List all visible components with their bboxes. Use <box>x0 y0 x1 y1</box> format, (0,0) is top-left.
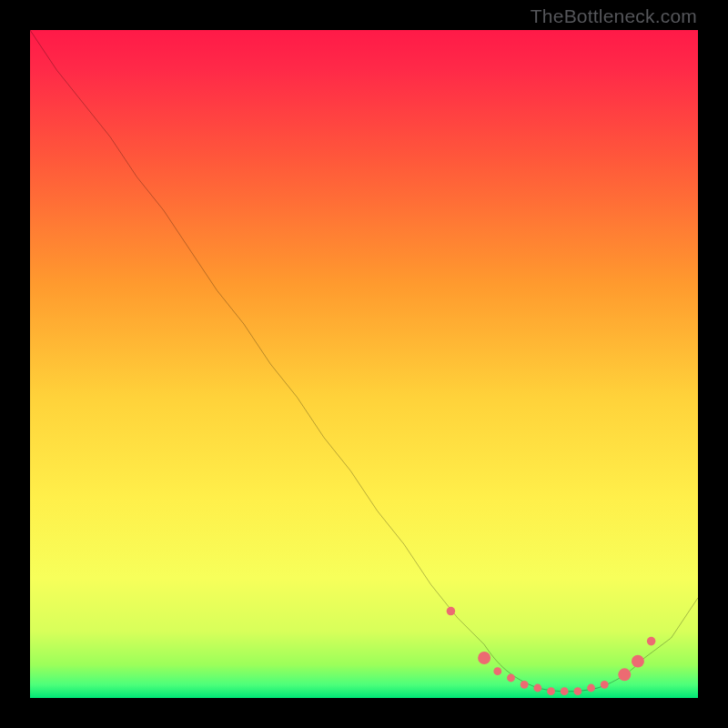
svg-point-2 <box>478 652 490 664</box>
svg-point-6 <box>533 684 541 693</box>
svg-point-5 <box>521 681 529 689</box>
svg-point-1 <box>447 607 456 616</box>
svg-point-3 <box>493 667 501 675</box>
bottleneck-curve <box>30 30 698 698</box>
svg-point-14 <box>647 637 656 646</box>
svg-point-10 <box>587 684 595 693</box>
svg-point-11 <box>601 681 609 689</box>
curve-path <box>30 30 698 692</box>
watermark-text: TheBottleneck.com <box>531 5 697 27</box>
svg-point-4 <box>507 674 515 682</box>
plot-area <box>30 30 698 698</box>
svg-point-12 <box>618 668 631 681</box>
svg-point-7 <box>547 687 555 695</box>
svg-point-9 <box>573 687 581 695</box>
svg-point-13 <box>632 655 644 668</box>
chart-frame: TheBottleneck.com <box>0 0 728 728</box>
marker-group <box>447 607 656 695</box>
svg-point-8 <box>561 687 569 695</box>
